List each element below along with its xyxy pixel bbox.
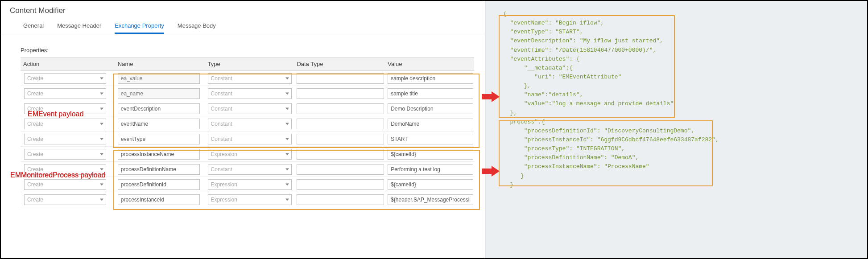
action-select[interactable] <box>24 179 106 190</box>
chevron-down-icon <box>285 168 289 170</box>
datatype-input[interactable] <box>297 73 384 84</box>
action-select[interactable] <box>24 103 106 114</box>
value-input[interactable] <box>388 149 473 160</box>
svg-marker-1 <box>482 166 500 177</box>
value-input[interactable] <box>388 73 473 84</box>
name-input[interactable] <box>118 179 200 190</box>
action-input[interactable] <box>24 149 106 160</box>
table-row <box>21 162 474 177</box>
value-input[interactable] <box>388 103 473 114</box>
action-select[interactable] <box>24 149 106 160</box>
datatype-input[interactable] <box>297 179 384 190</box>
table-row <box>21 101 474 116</box>
type-select[interactable] <box>208 88 292 99</box>
name-input[interactable] <box>118 73 200 84</box>
type-input[interactable] <box>208 194 292 205</box>
chevron-down-icon <box>285 107 289 110</box>
type-select[interactable] <box>208 194 292 205</box>
col-type: Type <box>205 61 294 67</box>
action-select[interactable] <box>24 119 106 129</box>
action-input[interactable] <box>24 103 106 114</box>
chevron-down-icon <box>285 77 289 79</box>
col-value: Value <box>385 61 474 67</box>
action-select[interactable] <box>24 88 106 99</box>
type-input[interactable] <box>208 103 292 114</box>
type-input[interactable] <box>208 119 292 129</box>
tab-message-header[interactable]: Message Header <box>57 20 101 34</box>
chevron-down-icon <box>100 107 103 110</box>
type-input[interactable] <box>208 73 292 84</box>
name-input[interactable] <box>118 119 200 129</box>
table-row <box>21 147 474 162</box>
properties-label: Properties: <box>1 34 485 57</box>
action-select[interactable] <box>24 73 106 84</box>
table-row <box>21 177 474 192</box>
action-input[interactable] <box>24 194 106 205</box>
name-input[interactable] <box>118 194 200 205</box>
datatype-input[interactable] <box>297 194 384 205</box>
name-input[interactable] <box>118 149 200 160</box>
value-input[interactable] <box>388 119 473 129</box>
tab-general[interactable]: General <box>23 20 44 34</box>
value-input[interactable] <box>388 88 473 99</box>
col-action: Action <box>21 61 115 67</box>
action-input[interactable] <box>24 73 106 84</box>
type-select[interactable] <box>208 179 292 190</box>
chevron-down-icon <box>100 92 103 95</box>
type-input[interactable] <box>208 179 292 190</box>
type-input[interactable] <box>208 134 292 144</box>
table-row <box>21 86 474 101</box>
type-select[interactable] <box>208 149 292 160</box>
datatype-input[interactable] <box>297 134 384 144</box>
chevron-down-icon <box>100 123 103 125</box>
value-input[interactable] <box>388 179 473 190</box>
value-input[interactable] <box>388 134 473 144</box>
chevron-down-icon <box>285 183 289 185</box>
chevron-down-icon <box>285 153 289 155</box>
table-row <box>21 132 474 147</box>
page-title: Content Modifier <box>1 1 485 20</box>
name-input[interactable] <box>118 134 200 144</box>
type-select[interactable] <box>208 134 292 144</box>
tab-exchange-property[interactable]: Exchange Property <box>115 20 164 34</box>
type-input[interactable] <box>208 164 292 175</box>
action-input[interactable] <box>24 179 106 190</box>
action-input[interactable] <box>24 88 106 99</box>
type-input[interactable] <box>208 88 292 99</box>
action-select[interactable] <box>24 194 106 205</box>
properties-table: Action Name Type Data Type Value <box>21 57 474 207</box>
type-input[interactable] <box>208 149 292 160</box>
type-select[interactable] <box>208 73 292 84</box>
name-input[interactable] <box>118 88 200 99</box>
type-select[interactable] <box>208 103 292 114</box>
svg-marker-0 <box>482 91 500 102</box>
datatype-input[interactable] <box>297 88 384 99</box>
table-row <box>21 116 474 132</box>
name-input[interactable] <box>118 164 200 175</box>
tabs: General Message Header Exchange Property… <box>1 20 485 34</box>
type-select[interactable] <box>208 119 292 129</box>
table-row <box>21 71 474 86</box>
name-input[interactable] <box>118 103 200 114</box>
chevron-down-icon <box>285 198 289 201</box>
value-input[interactable] <box>388 194 473 205</box>
chevron-down-icon <box>100 138 103 140</box>
tab-message-body[interactable]: Message Body <box>178 20 216 34</box>
action-select[interactable] <box>24 164 106 175</box>
arrow-emprocess <box>482 166 500 177</box>
action-input[interactable] <box>24 164 106 175</box>
chevron-down-icon <box>100 153 103 155</box>
arrow-emevent <box>482 91 500 102</box>
action-select[interactable] <box>24 134 106 144</box>
value-input[interactable] <box>388 164 473 175</box>
action-input[interactable] <box>24 119 106 129</box>
json-payload: { "eventName": "Begin iflow", "eventType… <box>503 10 863 189</box>
datatype-input[interactable] <box>297 149 384 160</box>
chevron-down-icon <box>100 198 103 201</box>
datatype-input[interactable] <box>297 119 384 129</box>
datatype-input[interactable] <box>297 164 384 175</box>
content-modifier-panel: Content Modifier General Message Header … <box>1 1 485 258</box>
action-input[interactable] <box>24 134 106 144</box>
datatype-input[interactable] <box>297 103 384 114</box>
type-select[interactable] <box>208 164 292 175</box>
